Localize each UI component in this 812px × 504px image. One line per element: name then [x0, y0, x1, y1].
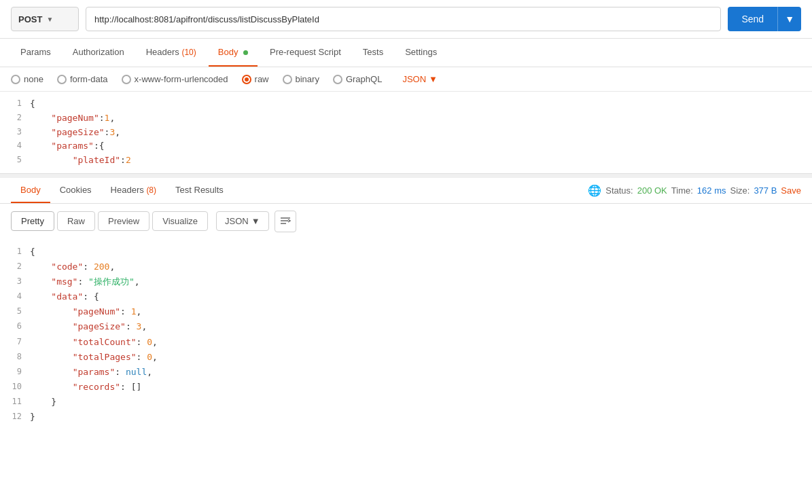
- tab-params[interactable]: Params: [11, 39, 60, 67]
- response-json-dropdown[interactable]: JSON ▼: [216, 211, 269, 231]
- response-tab-headers[interactable]: Headers (8): [101, 178, 166, 203]
- globe-icon: 🌐: [588, 184, 601, 197]
- raw-button[interactable]: Raw: [57, 211, 95, 231]
- tab-settings[interactable]: Settings: [395, 39, 446, 67]
- resp-line-6: 6 "pageSize": 3,: [0, 319, 812, 334]
- tab-body[interactable]: Body: [209, 39, 258, 67]
- resp-line-7: 7 "totalCount": 0,: [0, 335, 812, 350]
- radio-circle-none: [11, 75, 20, 84]
- save-response-button[interactable]: Save: [781, 185, 801, 196]
- request-code[interactable]: 1 { 2 "pageNum":1, 3 "pageSize":3, 4 "pa…: [0, 92, 812, 173]
- request-tabs: Params Authorization Headers (10) Body P…: [0, 39, 812, 67]
- radio-form-data[interactable]: form-data: [57, 74, 108, 84]
- radio-graphql[interactable]: GraphQL: [333, 74, 382, 84]
- response-tab-cookies[interactable]: Cookies: [50, 178, 101, 203]
- radio-circle-form-data: [57, 75, 67, 84]
- resp-line-10: 10 "records": []: [0, 380, 812, 395]
- req-line-4: 4 "params":{: [0, 139, 812, 154]
- resp-line-12: 12 }: [0, 410, 812, 425]
- resp-line-5: 5 "pageNum": 1,: [0, 304, 812, 319]
- radio-circle-urlencoded: [122, 75, 131, 84]
- response-headers-badge: (8): [146, 185, 156, 195]
- send-label: Send: [728, 14, 777, 24]
- headers-badge: (10): [181, 48, 196, 57]
- response-tabs-bar: Body Cookies Headers (8) Test Results 🌐 …: [0, 178, 812, 204]
- resp-line-1: 1 {: [0, 245, 812, 259]
- req-line-2: 2 "pageNum":1,: [0, 111, 812, 126]
- url-input[interactable]: [86, 7, 721, 31]
- radio-raw[interactable]: raw: [242, 74, 269, 84]
- response-body: 1 { 2 "code": 200, 3 "msg": "操作成功", 4 "d…: [0, 239, 812, 436]
- body-type-selector: none form-data x-www-form-urlencoded raw…: [0, 67, 812, 92]
- req-line-5: 5 "plateId":2: [0, 154, 812, 168]
- tab-headers[interactable]: Headers (10): [137, 39, 206, 67]
- response-section: Body Cookies Headers (8) Test Results 🌐 …: [0, 178, 812, 436]
- method-chevron-icon: ▼: [46, 16, 53, 23]
- json-chevron-icon: ▼: [429, 74, 438, 84]
- pretty-button[interactable]: Pretty: [11, 211, 54, 231]
- response-json-chevron-icon: ▼: [251, 216, 260, 226]
- resp-line-2: 2 "code": 200,: [0, 259, 812, 274]
- resp-line-11: 11 }: [0, 395, 812, 410]
- request-bar: POST ▼ Send ▼: [0, 0, 812, 39]
- response-tab-body[interactable]: Body: [11, 178, 50, 203]
- response-meta: 🌐 Status: 200 OK Time: 162 ms Size: 377 …: [588, 184, 801, 197]
- radio-circle-raw: [242, 75, 251, 84]
- json-type-dropdown[interactable]: JSON ▼: [402, 74, 438, 84]
- resp-line-3: 3 "msg": "操作成功",: [0, 274, 812, 289]
- radio-circle-binary: [283, 75, 292, 84]
- method-dropdown[interactable]: POST ▼: [11, 7, 79, 31]
- request-editor: 1 { 2 "pageNum":1, 3 "pageSize":3, 4 "pa…: [0, 92, 812, 174]
- radio-none[interactable]: none: [11, 74, 43, 84]
- send-button[interactable]: Send ▼: [728, 7, 801, 31]
- visualize-button[interactable]: Visualize: [152, 211, 208, 231]
- radio-circle-graphql: [333, 75, 342, 84]
- resp-line-8: 8 "totalPages": 0,: [0, 350, 812, 365]
- response-toolbar: Pretty Raw Preview Visualize JSON ▼: [0, 204, 812, 239]
- resp-line-9: 9 "params": null,: [0, 365, 812, 380]
- resp-line-4: 4 "data": {: [0, 289, 812, 304]
- method-label: POST: [18, 14, 42, 24]
- radio-binary[interactable]: binary: [283, 74, 319, 84]
- wrap-icon[interactable]: [275, 211, 296, 232]
- radio-urlencoded[interactable]: x-www-form-urlencoded: [122, 74, 228, 84]
- send-arrow-icon[interactable]: ▼: [777, 7, 801, 31]
- body-dot-icon: [243, 50, 248, 55]
- preview-button[interactable]: Preview: [98, 211, 149, 231]
- tab-tests[interactable]: Tests: [353, 39, 393, 67]
- req-line-3: 3 "pageSize":3,: [0, 126, 812, 140]
- response-tab-test-results[interactable]: Test Results: [166, 178, 233, 203]
- req-line-1: 1 {: [0, 97, 812, 111]
- tab-pre-request[interactable]: Pre-request Script: [260, 39, 351, 67]
- tab-authorization[interactable]: Authorization: [63, 39, 134, 67]
